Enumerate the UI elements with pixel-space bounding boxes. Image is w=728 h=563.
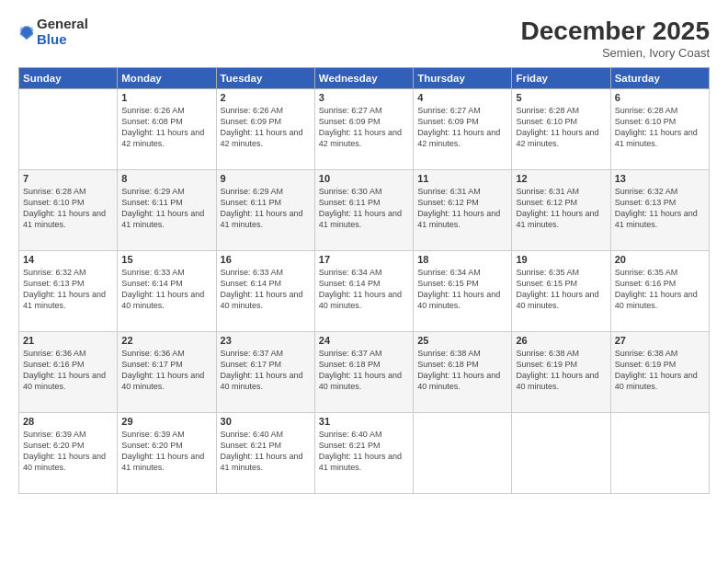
calendar-cell: 25Sunrise: 6:38 AMSunset: 6:18 PMDayligh… [414,332,512,413]
calendar-week-row: 28Sunrise: 6:39 AMSunset: 6:20 PMDayligh… [19,413,710,494]
cell-info: Sunrise: 6:27 AMSunset: 6:09 PMDaylight:… [417,105,507,150]
weekday-header: Monday [118,68,216,89]
calendar-cell [19,89,118,170]
day-number: 30 [221,416,311,427]
calendar-cell [512,413,610,494]
cell-info: Sunrise: 6:39 AMSunset: 6:20 PMDaylight:… [23,429,113,474]
month-title: December 2025 [521,17,710,46]
calendar-cell: 31Sunrise: 6:40 AMSunset: 6:21 PMDayligh… [314,413,413,494]
logo-icon [18,23,35,41]
cell-info: Sunrise: 6:26 AMSunset: 6:09 PMDaylight:… [221,105,311,150]
calendar-cell: 21Sunrise: 6:36 AMSunset: 6:16 PMDayligh… [19,332,118,413]
calendar-cell: 16Sunrise: 6:33 AMSunset: 6:14 PMDayligh… [216,251,314,332]
cell-info: Sunrise: 6:31 AMSunset: 6:12 PMDaylight:… [516,186,606,231]
cell-info: Sunrise: 6:36 AMSunset: 6:17 PMDaylight:… [121,348,211,393]
calendar-cell: 13Sunrise: 6:32 AMSunset: 6:13 PMDayligh… [610,170,709,251]
cell-info: Sunrise: 6:28 AMSunset: 6:10 PMDaylight:… [516,105,606,150]
calendar-week-row: 21Sunrise: 6:36 AMSunset: 6:16 PMDayligh… [19,332,710,413]
cell-info: Sunrise: 6:32 AMSunset: 6:13 PMDaylight:… [615,186,705,231]
page-header: General Blue December 2025 Semien, Ivory… [18,17,710,60]
logo-general: General [37,17,88,32]
weekday-header-row: SundayMondayTuesdayWednesdayThursdayFrid… [19,68,710,89]
calendar-week-row: 14Sunrise: 6:32 AMSunset: 6:13 PMDayligh… [19,251,710,332]
calendar-cell: 23Sunrise: 6:37 AMSunset: 6:17 PMDayligh… [216,332,314,413]
cell-info: Sunrise: 6:36 AMSunset: 6:16 PMDaylight:… [23,348,113,393]
day-number: 14 [23,254,113,265]
calendar-page: General Blue December 2025 Semien, Ivory… [0,0,728,563]
day-number: 1 [121,92,211,103]
calendar-cell: 9Sunrise: 6:29 AMSunset: 6:11 PMDaylight… [216,170,314,251]
calendar-cell: 7Sunrise: 6:28 AMSunset: 6:10 PMDaylight… [19,170,118,251]
logo: General Blue [18,17,88,47]
cell-info: Sunrise: 6:35 AMSunset: 6:16 PMDaylight:… [615,267,705,312]
calendar-cell: 22Sunrise: 6:36 AMSunset: 6:17 PMDayligh… [118,332,216,413]
calendar-table: SundayMondayTuesdayWednesdayThursdayFrid… [18,67,710,494]
day-number: 16 [221,254,311,265]
day-number: 4 [417,92,507,103]
weekday-header: Friday [512,68,610,89]
day-number: 27 [615,335,705,346]
day-number: 17 [319,254,409,265]
calendar-cell: 1Sunrise: 6:26 AMSunset: 6:08 PMDaylight… [118,89,216,170]
calendar-cell: 17Sunrise: 6:34 AMSunset: 6:14 PMDayligh… [314,251,413,332]
calendar-cell [610,413,709,494]
day-number: 23 [221,335,311,346]
weekday-header: Sunday [19,68,118,89]
cell-info: Sunrise: 6:39 AMSunset: 6:20 PMDaylight:… [121,429,211,474]
cell-info: Sunrise: 6:40 AMSunset: 6:21 PMDaylight:… [319,429,409,474]
calendar-cell: 11Sunrise: 6:31 AMSunset: 6:12 PMDayligh… [414,170,512,251]
cell-info: Sunrise: 6:34 AMSunset: 6:15 PMDaylight:… [417,267,507,312]
day-number: 22 [121,335,211,346]
day-number: 24 [319,335,409,346]
cell-info: Sunrise: 6:38 AMSunset: 6:18 PMDaylight:… [417,348,507,393]
day-number: 6 [615,92,705,103]
calendar-cell: 24Sunrise: 6:37 AMSunset: 6:18 PMDayligh… [314,332,413,413]
cell-info: Sunrise: 6:31 AMSunset: 6:12 PMDaylight:… [417,186,507,231]
day-number: 12 [516,173,606,184]
day-number: 31 [319,416,409,427]
day-number: 18 [417,254,507,265]
logo-text: General Blue [37,17,88,47]
cell-info: Sunrise: 6:28 AMSunset: 6:10 PMDaylight:… [23,186,113,231]
cell-info: Sunrise: 6:34 AMSunset: 6:14 PMDaylight:… [319,267,409,312]
calendar-cell: 20Sunrise: 6:35 AMSunset: 6:16 PMDayligh… [610,251,709,332]
calendar-cell: 30Sunrise: 6:40 AMSunset: 6:21 PMDayligh… [216,413,314,494]
cell-info: Sunrise: 6:38 AMSunset: 6:19 PMDaylight:… [615,348,705,393]
day-number: 25 [417,335,507,346]
day-number: 7 [23,173,113,184]
day-number: 3 [319,92,409,103]
location: Semien, Ivory Coast [521,46,710,60]
logo-blue: Blue [37,32,88,48]
calendar-cell: 12Sunrise: 6:31 AMSunset: 6:12 PMDayligh… [512,170,610,251]
calendar-week-row: 1Sunrise: 6:26 AMSunset: 6:08 PMDaylight… [19,89,710,170]
calendar-cell: 27Sunrise: 6:38 AMSunset: 6:19 PMDayligh… [610,332,709,413]
day-number: 28 [23,416,113,427]
calendar-cell: 6Sunrise: 6:28 AMSunset: 6:10 PMDaylight… [610,89,709,170]
calendar-cell: 29Sunrise: 6:39 AMSunset: 6:20 PMDayligh… [118,413,216,494]
weekday-header: Thursday [414,68,512,89]
cell-info: Sunrise: 6:28 AMSunset: 6:10 PMDaylight:… [615,105,705,150]
day-number: 11 [417,173,507,184]
day-number: 5 [516,92,606,103]
calendar-cell: 14Sunrise: 6:32 AMSunset: 6:13 PMDayligh… [19,251,118,332]
calendar-cell: 15Sunrise: 6:33 AMSunset: 6:14 PMDayligh… [118,251,216,332]
cell-info: Sunrise: 6:37 AMSunset: 6:18 PMDaylight:… [319,348,409,393]
day-number: 10 [319,173,409,184]
day-number: 8 [121,173,211,184]
calendar-week-row: 7Sunrise: 6:28 AMSunset: 6:10 PMDaylight… [19,170,710,251]
day-number: 21 [23,335,113,346]
cell-info: Sunrise: 6:27 AMSunset: 6:09 PMDaylight:… [319,105,409,150]
cell-info: Sunrise: 6:26 AMSunset: 6:08 PMDaylight:… [121,105,211,150]
calendar-cell [414,413,512,494]
calendar-cell: 4Sunrise: 6:27 AMSunset: 6:09 PMDaylight… [414,89,512,170]
calendar-cell: 18Sunrise: 6:34 AMSunset: 6:15 PMDayligh… [414,251,512,332]
day-number: 29 [121,416,211,427]
cell-info: Sunrise: 6:37 AMSunset: 6:17 PMDaylight:… [221,348,311,393]
weekday-header: Tuesday [216,68,314,89]
weekday-header: Wednesday [314,68,413,89]
calendar-cell: 2Sunrise: 6:26 AMSunset: 6:09 PMDaylight… [216,89,314,170]
day-number: 9 [221,173,311,184]
day-number: 2 [221,92,311,103]
weekday-header: Saturday [610,68,709,89]
cell-info: Sunrise: 6:30 AMSunset: 6:11 PMDaylight:… [319,186,409,231]
